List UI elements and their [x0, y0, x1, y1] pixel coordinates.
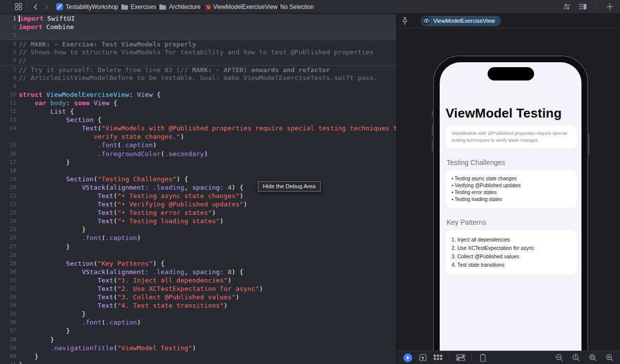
line-number[interactable]: 39	[0, 344, 19, 352]
code-line[interactable]: 28	[0, 251, 396, 259]
preview-tab[interactable]: ViewModelExerciseView	[421, 16, 501, 26]
zoom-100-icon[interactable]	[571, 352, 581, 363]
line-number[interactable]: 27	[0, 243, 19, 251]
line-number[interactable]: 1	[0, 14, 19, 23]
device-settings-icon[interactable]	[455, 352, 466, 363]
line-number[interactable]: 31	[0, 276, 19, 284]
editor-options-icon[interactable]	[577, 1, 588, 12]
code-line[interactable]: 41}	[0, 361, 396, 364]
line-number[interactable]: 5	[0, 48, 19, 56]
line-number[interactable]: 21	[0, 192, 19, 200]
line-number[interactable]: 13	[0, 116, 19, 124]
code-line[interactable]: 23 Text("• Testing error states")	[0, 208, 396, 217]
breadcrumb-item[interactable]: No Selection	[280, 3, 314, 10]
code-line[interactable]: 17 }	[0, 158, 396, 166]
line-number[interactable]: 3	[0, 31, 19, 40]
code-line[interactable]: 40 }	[0, 352, 396, 361]
line-number[interactable]: 11	[0, 99, 19, 107]
line-number[interactable]: 33	[0, 293, 19, 301]
code-line[interactable]: 21 Text("• Testing async state changes")	[0, 192, 396, 200]
back-chevron-icon[interactable]	[30, 1, 41, 12]
code-line[interactable]: 32 Text("2. Use XCTestExpectation for as…	[0, 284, 396, 293]
code-line[interactable]: 1import SwiftUI	[0, 14, 396, 23]
code-line[interactable]: 33 Text("3. Collect @Published values")	[0, 293, 396, 301]
device-icon[interactable]	[477, 352, 488, 363]
line-number[interactable]: 32	[0, 284, 19, 293]
breadcrumb-item[interactable]: Exercises	[121, 3, 157, 10]
breadcrumb-item[interactable]: Architecture	[159, 3, 201, 10]
code-line[interactable]: 35 }	[0, 310, 396, 318]
code-line[interactable]: 38 }	[0, 335, 396, 344]
code-line[interactable]: 10struct ViewModelExerciseView: View {	[0, 90, 396, 99]
line-number[interactable]: 18	[0, 166, 19, 175]
line-number[interactable]: 25	[0, 225, 19, 234]
line-number[interactable]: 4	[0, 40, 19, 48]
breadcrumb-item[interactable]: ViewModelExerciseView	[204, 3, 278, 10]
code-line[interactable]: 22 Text("• Verifying @Published updates"…	[0, 200, 396, 208]
breadcrumb-item[interactable]: TestabilityWorkshop	[56, 3, 119, 10]
code-line[interactable]: 16 .foregroundColor(.secondary)	[0, 150, 396, 158]
line-number[interactable]: 17	[0, 158, 19, 166]
zoom-in-icon[interactable]	[604, 352, 615, 363]
code-line[interactable]: 37 }	[0, 326, 396, 335]
code-line[interactable]: 13 Section {	[0, 116, 396, 124]
code-line[interactable]: 18	[0, 166, 396, 175]
code-line[interactable]: 31 Text("1. Inject all dependencies")	[0, 276, 396, 284]
pin-icon[interactable]	[397, 17, 412, 25]
code-line[interactable]: 27 }	[0, 243, 396, 251]
code-line[interactable]: 5// Shows how to structure ViewModels fo…	[0, 48, 396, 56]
code-line[interactable]: 14 Text("ViewModels with @Published prop…	[0, 124, 396, 132]
source-editor[interactable]: 1import SwiftUI2import Combine34// MARK:…	[0, 14, 397, 364]
line-number[interactable]: 34	[0, 301, 19, 310]
code-line[interactable]: 34 Text("4. Test state transitions")	[0, 301, 396, 310]
code-line[interactable]: 7// Try it yourself: Delete from line 83…	[0, 65, 396, 74]
line-number[interactable]: 28	[0, 251, 19, 259]
line-number[interactable]: 22	[0, 200, 19, 208]
code-line[interactable]: 11 var body: some View {	[0, 99, 396, 107]
code-line[interactable]: 26 .font(.caption)	[0, 234, 396, 242]
line-number[interactable]: 2	[0, 23, 19, 31]
line-number[interactable]: 29	[0, 259, 19, 268]
line-number[interactable]: 7	[0, 66, 19, 74]
line-number[interactable]: 6	[0, 56, 19, 65]
code-line[interactable]: 6//	[0, 56, 396, 65]
line-number[interactable]: 15	[0, 141, 19, 149]
zoom-fit-icon[interactable]	[587, 352, 598, 363]
code-line[interactable]: 20 VStack(alignment: .leading, spacing: …	[0, 183, 396, 192]
code-line[interactable]: 19 Section("Testing Challenges") {	[0, 175, 396, 183]
code-line[interactable]: 15 .font(.caption)	[0, 141, 396, 149]
line-number[interactable]: 37	[0, 326, 19, 335]
play-icon[interactable]	[402, 352, 413, 363]
code-line[interactable]: 2import Combine	[0, 23, 396, 31]
code-line[interactable]: 12 List {	[0, 107, 396, 116]
code-line[interactable]: 29 Section("Key Patterns") {	[0, 259, 396, 268]
line-number[interactable]: 35	[0, 310, 19, 318]
code-area[interactable]: 1import SwiftUI2import Combine34// MARK:…	[0, 14, 396, 364]
code-review-icon[interactable]	[561, 1, 572, 12]
zoom-out-icon[interactable]	[554, 352, 565, 363]
line-number[interactable]: 12	[0, 107, 19, 116]
line-number[interactable]: 36	[0, 318, 19, 326]
select-mode-icon[interactable]	[417, 352, 428, 363]
code-line[interactable]: 3	[0, 31, 396, 40]
line-number[interactable]: 19	[0, 175, 19, 183]
add-editor-icon[interactable]	[604, 1, 615, 12]
line-number[interactable]	[0, 132, 19, 141]
line-number[interactable]: 10	[0, 90, 19, 99]
line-number[interactable]: 16	[0, 150, 19, 158]
code-line[interactable]: 25 }	[0, 225, 396, 234]
line-number[interactable]: 9	[0, 82, 19, 90]
code-line[interactable]: 8// ArticleListViewModelBefore to be tes…	[0, 74, 396, 82]
line-number[interactable]: 38	[0, 335, 19, 344]
related-items-icon[interactable]	[13, 1, 24, 12]
line-number[interactable]: 30	[0, 268, 19, 276]
line-number[interactable]: 23	[0, 208, 19, 217]
code-line[interactable]: 24 Text("• Testing loading states")	[0, 217, 396, 225]
line-number[interactable]: 20	[0, 183, 19, 192]
code-line[interactable]: 39 .navigationTitle("ViewModel Testing")	[0, 344, 396, 352]
code-line[interactable]: verify state changes.")	[0, 132, 396, 141]
code-line[interactable]: 9	[0, 82, 396, 90]
line-number[interactable]: 40	[0, 352, 19, 361]
forward-chevron-icon[interactable]	[41, 1, 52, 12]
line-number[interactable]: 24	[0, 217, 19, 225]
